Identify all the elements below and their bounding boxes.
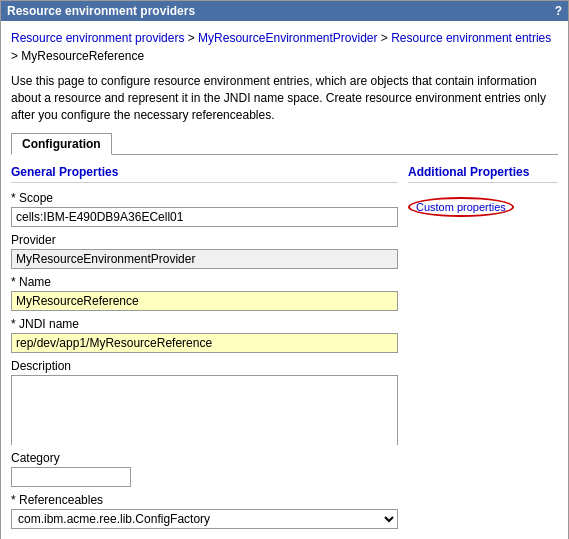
category-input[interactable] — [11, 467, 131, 487]
scope-field-group: Scope — [11, 191, 398, 227]
provider-label: Provider — [11, 233, 398, 247]
name-label: Name — [11, 275, 398, 289]
breadcrumb: Resource environment providers > MyResou… — [11, 29, 558, 65]
title-bar: Resource environment providers ? — [1, 1, 568, 21]
referenceables-select-container: com.ibm.acme.ree.lib.ConfigFactory — [11, 509, 398, 529]
main-content: Resource environment providers > MyResou… — [1, 21, 568, 539]
form-container: General Properties Scope Provider Name — [11, 165, 558, 535]
jndi-field-group: JNDI name — [11, 317, 398, 353]
breadcrumb-current: MyResourceReference — [21, 49, 144, 63]
tab-bar: Configuration — [11, 133, 558, 155]
breadcrumb-sep3: > — [11, 49, 21, 63]
breadcrumb-link-provider[interactable]: MyResourceEnvironmentProvider — [198, 31, 377, 45]
additional-properties-section: Additional Properties Custom properties — [408, 165, 558, 535]
scope-label: Scope — [11, 191, 398, 205]
description-textarea[interactable] — [12, 376, 397, 446]
general-properties-section: General Properties Scope Provider Name — [11, 165, 398, 535]
category-field-group: Category — [11, 451, 398, 487]
scope-input[interactable] — [11, 207, 398, 227]
general-properties-title: General Properties — [11, 165, 398, 183]
provider-input[interactable] — [11, 249, 398, 269]
breadcrumb-link-providers[interactable]: Resource environment providers — [11, 31, 184, 45]
help-icon[interactable]: ? — [555, 4, 562, 18]
referenceables-label: Referenceables — [11, 493, 398, 507]
name-field-group: Name — [11, 275, 398, 311]
description-textarea-container — [11, 375, 398, 445]
breadcrumb-sep1: > — [188, 31, 198, 45]
page-description: Use this page to configure resource envi… — [11, 73, 558, 123]
breadcrumb-sep2: > — [381, 31, 391, 45]
additional-properties-title: Additional Properties — [408, 165, 558, 183]
referenceables-field-group: Referenceables com.ibm.acme.ree.lib.Conf… — [11, 493, 398, 529]
main-window: Resource environment providers ? Resourc… — [0, 0, 569, 539]
jndi-label: JNDI name — [11, 317, 398, 331]
provider-field-group: Provider — [11, 233, 398, 269]
referenceables-select[interactable]: com.ibm.acme.ree.lib.ConfigFactory — [11, 509, 398, 529]
custom-properties-link[interactable]: Custom properties — [408, 197, 514, 217]
window-title: Resource environment providers — [7, 4, 195, 18]
category-label: Category — [11, 451, 398, 465]
tab-configuration[interactable]: Configuration — [11, 133, 112, 155]
name-input[interactable] — [11, 291, 398, 311]
jndi-input[interactable] — [11, 333, 398, 353]
custom-properties-container: Custom properties — [408, 191, 558, 217]
breadcrumb-link-entries[interactable]: Resource environment entries — [391, 31, 551, 45]
description-label: Description — [11, 359, 398, 373]
description-field-group: Description — [11, 359, 398, 445]
